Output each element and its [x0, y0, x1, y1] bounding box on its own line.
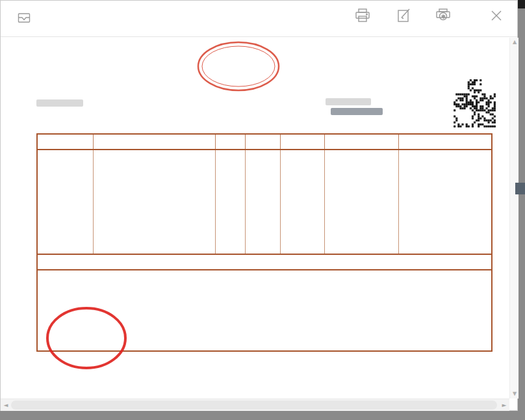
edit-icon	[385, 7, 423, 25]
col-quantity	[245, 135, 280, 150]
close-button[interactable]	[478, 7, 515, 26]
print-button[interactable]	[344, 7, 381, 26]
org-stamp	[43, 303, 130, 371]
reissue-button[interactable]	[385, 7, 423, 26]
view-eticket-dialog: ▲ ▼ ◄ ►	[0, 0, 518, 411]
cell-item-name	[93, 150, 215, 254]
background-partial-icon	[515, 183, 525, 194]
col-unit	[215, 135, 245, 150]
scroll-left-arrow[interactable]: ◄	[1, 399, 11, 411]
cell-quantity	[245, 150, 280, 254]
cell-remark	[398, 150, 491, 254]
table-row	[38, 150, 491, 254]
horizontal-scrollbar[interactable]: ◄ ►	[1, 399, 509, 411]
horizontal-scroll-thumb[interactable]	[11, 400, 497, 410]
printer-icon	[344, 7, 381, 25]
mail-icon	[18, 12, 31, 27]
cell-standard	[280, 150, 324, 254]
printer-settings-icon	[424, 7, 462, 25]
cell-amount	[324, 150, 398, 254]
qr-code	[454, 79, 496, 127]
code-value-redacted	[36, 99, 83, 107]
cell-unit	[215, 150, 245, 254]
scroll-up-arrow[interactable]: ▲	[510, 38, 519, 47]
background-page-strip	[518, 0, 525, 8]
receipt-grid	[36, 133, 493, 352]
col-item-name	[93, 135, 215, 150]
items-table	[38, 135, 491, 254]
col-remark	[398, 135, 491, 150]
check-code-redacted	[331, 108, 383, 115]
vertical-scrollbar[interactable]: ▲ ▼	[509, 38, 519, 399]
number-value-redacted	[326, 98, 371, 105]
other-info-section	[38, 269, 491, 350]
dialog-titlebar	[1, 1, 517, 37]
cell-item-code	[38, 150, 93, 254]
col-standard	[280, 135, 324, 150]
total-row	[38, 254, 491, 269]
receipt-info-left	[36, 98, 83, 127]
items-header-row	[38, 135, 491, 150]
col-amount	[324, 135, 398, 150]
close-icon	[478, 7, 515, 25]
receipt-info-right	[326, 97, 383, 126]
scroll-down-arrow[interactable]: ▼	[510, 389, 519, 399]
col-item-code	[38, 135, 93, 150]
print-settings-button[interactable]	[424, 7, 462, 26]
supervision-stamp	[196, 40, 281, 93]
scroll-right-arrow[interactable]: ►	[499, 399, 509, 411]
receipt-document	[1, 38, 509, 399]
